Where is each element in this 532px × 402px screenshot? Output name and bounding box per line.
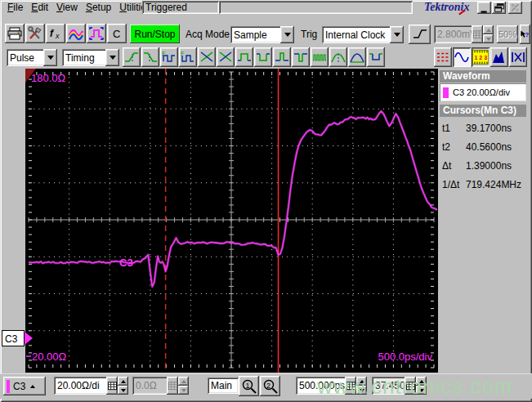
- mask-button[interactable]: [509, 47, 527, 67]
- pos-period-button[interactable]: F: [160, 47, 178, 67]
- chevron-down-icon[interactable]: [280, 26, 294, 43]
- menu-item-view[interactable]: View: [52, 0, 82, 15]
- zoom1-button[interactable]: 1: [239, 376, 259, 396]
- neg-glitch-button[interactable]: [292, 47, 310, 67]
- set-50-button: 50%: [497, 25, 518, 43]
- vertical-scale-field[interactable]: 20.00Ω/di: [54, 377, 110, 395]
- chevron-down-icon[interactable]: [105, 49, 119, 66]
- display-colors-button[interactable]: [66, 24, 86, 43]
- flat-width-icon: [368, 50, 384, 65]
- print-button[interactable]: [5, 24, 25, 43]
- vertical-offset-field: 0.0Ω: [132, 377, 170, 395]
- flat-width-button[interactable]: [367, 47, 385, 67]
- printer-icon: [7, 26, 23, 41]
- watermark: www.cntronics.com: [317, 374, 513, 400]
- clear-button[interactable]: C: [107, 24, 127, 43]
- peak-icon: [349, 50, 365, 65]
- minimize-button[interactable]: [477, 2, 491, 14]
- context-help-button[interactable]: ?: [520, 25, 530, 44]
- waveform-list-entry[interactable]: C3 20.00Ω/div: [440, 83, 526, 101]
- readout-label: t2: [442, 138, 450, 157]
- vertical-offset-spinner: [178, 377, 189, 395]
- chevron-down-icon[interactable]: [390, 26, 404, 43]
- histogram-button[interactable]: [490, 47, 508, 67]
- trig-level-keypad: [472, 25, 483, 43]
- chevron-down-icon[interactable]: [43, 49, 57, 66]
- tools-button[interactable]: [25, 24, 45, 43]
- color-wave-icon: [68, 26, 84, 41]
- restore-icon: [493, 2, 505, 14]
- readout-toggle-button[interactable]: 1 2 3: [472, 47, 490, 67]
- measurement-readout-icon: 1 2 3: [472, 50, 489, 65]
- fx-icon: fx: [47, 26, 64, 41]
- horizontal-mode-box[interactable]: Main: [208, 377, 239, 394]
- svg-text:f: f: [50, 28, 54, 39]
- trace-label: C3: [119, 257, 133, 269]
- keypad-icon[interactable]: [106, 377, 118, 395]
- menu-item-edit[interactable]: Edit: [27, 0, 52, 15]
- vertical-scale-keypad[interactable]: [106, 377, 118, 395]
- pos-width-button[interactable]: [235, 47, 253, 67]
- readout-value: 1.39000ns: [466, 157, 512, 176]
- menu-item-file[interactable]: File: [3, 0, 27, 15]
- restore-button[interactable]: [492, 2, 506, 14]
- falling-cross-button[interactable]: [217, 47, 235, 67]
- readout-value: 39.1700ns: [466, 119, 512, 138]
- rising-slope-icon: [412, 27, 428, 42]
- trigger-status-text: Triggered: [145, 2, 187, 13]
- vertical-scale-spinner[interactable]: [118, 377, 128, 395]
- rising-cross-button[interactable]: [198, 47, 216, 67]
- spin-down-button: [178, 386, 189, 395]
- trig-label: Trig: [301, 29, 317, 40]
- svg-text:C: C: [113, 28, 120, 40]
- zoom2-button[interactable]: 2: [260, 376, 280, 396]
- formula-button[interactable]: fx: [46, 24, 65, 43]
- peak-marker-button[interactable]: [329, 47, 347, 67]
- menu-item-setup[interactable]: Setup: [82, 0, 115, 15]
- close-button[interactable]: [508, 2, 522, 14]
- trig-slope-button[interactable]: [409, 25, 431, 44]
- pulse-view-button[interactable]: [87, 24, 106, 43]
- run-stop-button[interactable]: Run/Stop: [130, 25, 180, 43]
- readout-label: 1/Δt: [442, 176, 459, 194]
- channel-color-swatch: [443, 87, 449, 98]
- measure-class-combo[interactable]: Pulse: [7, 49, 57, 66]
- graph-canvas: 180.0Ω20.00Ω500.0ps/divC3C3: [2, 69, 438, 373]
- cursors-toggle-button[interactable]: [434, 47, 452, 67]
- burst-width-button[interactable]: [311, 47, 329, 67]
- trig-level-field: 2.800mV: [434, 25, 475, 43]
- peak-button[interactable]: [348, 47, 366, 67]
- channel-select-button[interactable]: C3: [3, 377, 46, 395]
- letter-c-icon: C: [109, 26, 125, 41]
- svg-text:C3: C3: [5, 333, 18, 345]
- neg-width-button[interactable]: [254, 47, 272, 67]
- neg-width-icon: [255, 50, 271, 65]
- cursors-panel-header: Cursors(Mn C3): [440, 105, 526, 117]
- rise-time-button[interactable]: [123, 47, 141, 67]
- timebase-label: 500.0ps/div: [378, 351, 433, 363]
- trig-source-combo[interactable]: Internal Clock: [322, 26, 404, 43]
- spin-up-button: [483, 25, 494, 34]
- magnifier-2-icon: 2: [262, 378, 279, 395]
- mask-icon: [510, 50, 526, 65]
- neg-glitch-icon: [293, 50, 309, 65]
- pos-width-icon: [236, 50, 253, 65]
- readout-panel: Waveform C3 20.00Ω/div Cursors(Mn C3) t1…: [439, 69, 527, 373]
- cursor-readout-4: 1/Δt719.424MHz: [440, 176, 525, 194]
- measure-type-combo[interactable]: Timing: [62, 49, 119, 66]
- neg-period-icon: F: [180, 50, 196, 65]
- neg-period-button[interactable]: F: [179, 47, 197, 67]
- waveform-display-button[interactable]: [453, 47, 471, 67]
- magnifier-1-icon: 1: [241, 378, 257, 395]
- spin-down-button[interactable]: [118, 386, 128, 395]
- spin-up-button[interactable]: [118, 377, 128, 386]
- top-scale-label: 180.0Ω: [31, 72, 66, 84]
- svg-text:?: ?: [525, 31, 530, 38]
- tools-icon: [27, 26, 43, 41]
- pos-glitch-button[interactable]: [273, 47, 291, 67]
- fall-time-button[interactable]: [141, 47, 159, 67]
- minimize-icon: [478, 2, 490, 14]
- waveform-graph[interactable]: 180.0Ω20.00Ω500.0ps/divC3C3: [2, 69, 438, 373]
- toolbar-measure: Pulse Timing FF 1 2 3: [0, 47, 532, 69]
- acq-mode-combo[interactable]: Sample: [230, 26, 294, 43]
